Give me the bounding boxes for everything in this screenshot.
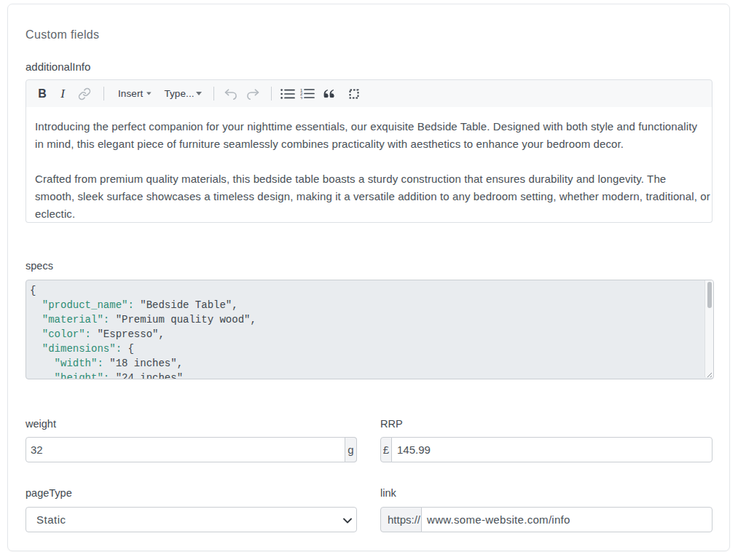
- svg-text:3: 3: [300, 96, 303, 100]
